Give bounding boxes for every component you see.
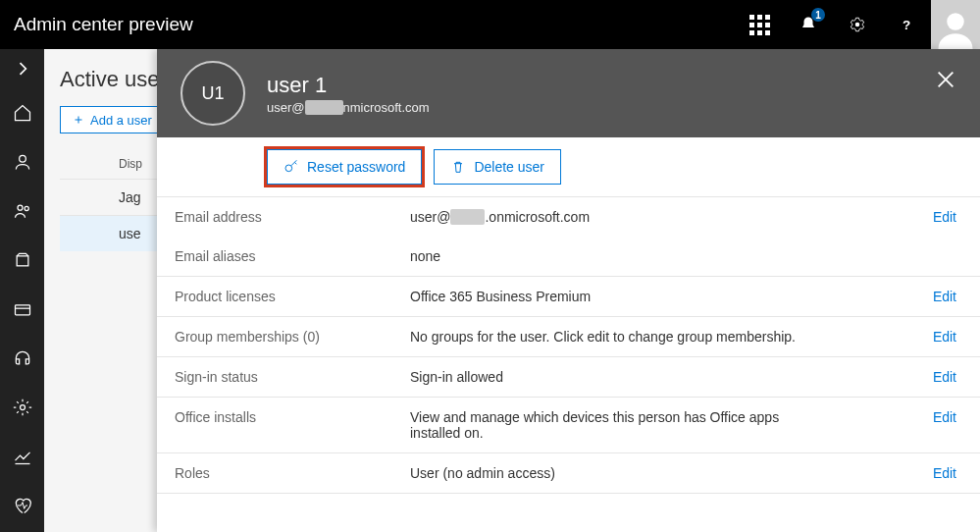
label-office-installs: Office installs [175, 409, 410, 425]
edit-link[interactable]: Edit [933, 409, 956, 425]
row-group-memberships: Group memberships (0) No groups for the … [157, 317, 980, 357]
nav-settings-icon[interactable] [0, 383, 44, 432]
panel-user-email: user@xxxxxxnmicrosoft.com [267, 100, 430, 115]
nav-health-icon[interactable] [0, 481, 44, 530]
reset-password-button[interactable]: Reset password [267, 149, 422, 185]
panel-actions: Reset password Delete user [157, 137, 980, 196]
nav-expand-icon[interactable] [0, 49, 44, 88]
delete-user-label: Delete user [474, 159, 544, 175]
edit-link[interactable]: Edit [933, 465, 956, 481]
label-roles: Roles [175, 465, 410, 481]
nav-reports-icon[interactable] [0, 432, 44, 481]
edit-link[interactable]: Edit [933, 209, 956, 225]
value-part: xxxxx [450, 209, 485, 225]
settings-icon[interactable] [833, 0, 882, 49]
add-user-button[interactable]: Add a user [60, 106, 165, 133]
left-nav [0, 49, 44, 532]
label-group-memberships: Group memberships (0) [175, 329, 410, 345]
nav-support-icon[interactable] [0, 334, 44, 383]
detail-list: Email address user@xxxxx.onmicrosoft.com… [157, 196, 980, 494]
row-email-address: Email address user@xxxxx.onmicrosoft.com… [157, 197, 980, 237]
email-prefix: user@ [267, 100, 305, 115]
avatar-initials: U1 [181, 61, 245, 126]
edit-link[interactable]: Edit [933, 289, 956, 304]
edit-link[interactable]: Edit [933, 329, 956, 345]
nav-groups-icon[interactable] [0, 186, 44, 236]
help-icon[interactable]: ? [882, 0, 931, 49]
value-signin-status: Sign-in allowed [410, 369, 822, 385]
svg-text:?: ? [903, 18, 910, 32]
label-product-licenses: Product licenses [175, 289, 410, 304]
label-email-aliases: Email aliases [175, 248, 410, 264]
value-email-aliases: none [410, 248, 822, 264]
svg-rect-6 [17, 256, 28, 266]
value-part: user@ [410, 209, 450, 225]
top-header: Admin center preview 1 ? [0, 0, 980, 49]
row-office-installs: Office installs View and manage which de… [157, 398, 980, 453]
user-avatar-icon[interactable] [931, 0, 980, 49]
panel-header: U1 user 1 user@xxxxxxnmicrosoft.com [157, 49, 980, 137]
row-signin-status: Sign-in status Sign-in allowed Edit [157, 357, 980, 398]
value-product-licenses: Office 365 Business Premium [410, 289, 822, 304]
nav-users-icon[interactable] [0, 137, 44, 186]
row-product-licenses: Product licenses Office 365 Business Pre… [157, 277, 980, 317]
app-launcher-icon[interactable] [735, 0, 784, 49]
notifications-icon[interactable]: 1 [784, 0, 833, 49]
svg-point-0 [855, 23, 860, 27]
row-roles: Roles User (no admin access) Edit [157, 453, 980, 494]
value-email-address: user@xxxxx.onmicrosoft.com [410, 209, 822, 225]
svg-point-3 [19, 155, 26, 162]
value-roles: User (no admin access) [410, 465, 822, 481]
svg-point-4 [18, 205, 23, 210]
nav-home-icon[interactable] [0, 88, 44, 137]
svg-point-9 [20, 405, 25, 410]
value-office-installs: View and manage which devices this perso… [410, 409, 822, 441]
svg-rect-7 [15, 305, 29, 315]
label-email-address: Email address [175, 209, 410, 225]
app-title: Admin center preview [0, 14, 193, 35]
svg-point-5 [25, 206, 28, 210]
user-detail-panel: U1 user 1 user@xxxxxxnmicrosoft.com Rese… [157, 49, 980, 532]
nav-billing-icon[interactable] [0, 285, 44, 334]
email-suffix: nmicrosoft.com [343, 100, 430, 115]
nav-resources-icon[interactable] [0, 236, 44, 285]
panel-user-name: user 1 [267, 73, 430, 98]
value-group-memberships: No groups for the user. Click edit to ch… [410, 329, 822, 345]
row-email-aliases: Email aliases none [157, 237, 980, 277]
email-redacted: xxxxxx [305, 100, 343, 115]
reset-password-label: Reset password [307, 159, 405, 175]
close-icon[interactable] [935, 69, 956, 90]
delete-user-button[interactable]: Delete user [434, 149, 561, 185]
svg-point-14 [285, 165, 292, 172]
notification-badge: 1 [811, 8, 825, 22]
value-part: .onmicrosoft.com [485, 209, 590, 225]
svg-point-2 [947, 13, 964, 30]
edit-link[interactable]: Edit [933, 369, 956, 385]
top-actions: 1 ? [735, 0, 980, 49]
add-user-label: Add a user [90, 113, 152, 128]
label-signin-status: Sign-in status [175, 369, 410, 385]
